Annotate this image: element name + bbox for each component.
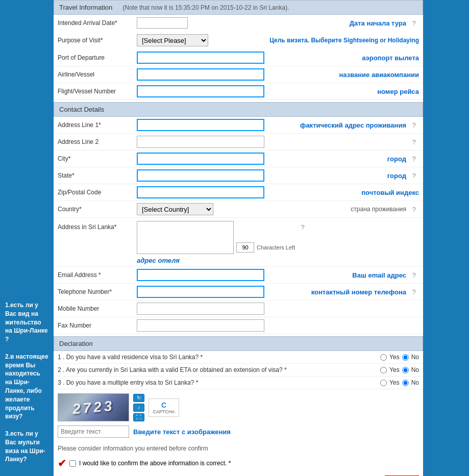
fax-label: Fax Number (58, 322, 137, 329)
zip-input[interactable] (137, 186, 264, 198)
state-control (137, 169, 383, 182)
airline-input[interactable] (137, 68, 264, 81)
departure-hint: аэропорт вылета (362, 54, 419, 62)
phone-question: ? (409, 288, 419, 296)
airline-label: Airline/Vessel (58, 71, 137, 78)
travel-info-title: Travel Information (59, 4, 112, 11)
decl-q1-no-radio[interactable] (402, 354, 409, 361)
flight-label: Flight/Vessel Number (58, 88, 137, 95)
decl-q1-yes-radio[interactable] (380, 354, 387, 361)
email-row: Email Address * Ваш email адрес ? (54, 267, 423, 284)
mobile-input[interactable] (137, 303, 264, 315)
phone-control (137, 286, 307, 298)
email-control (137, 269, 348, 281)
address1-hint: фактический адрес проживания (300, 121, 406, 129)
address1-label: Address Line 1* (58, 121, 137, 129)
fax-input[interactable] (137, 319, 264, 332)
captcha-logo: C CAPTCHA (149, 398, 179, 417)
address1-input[interactable] (137, 119, 264, 131)
decl-q3-yes-radio[interactable] (380, 380, 387, 386)
flight-input[interactable] (137, 85, 264, 97)
state-input[interactable] (137, 169, 264, 182)
arrival-date-row: Intended Arrival Date* Дата начала тура … (54, 15, 423, 31)
airline-hint: название авиакомпании (339, 71, 419, 79)
city-control (137, 153, 383, 165)
decl-q3-yes-label: Yes (389, 379, 400, 386)
captcha-refresh-icon[interactable]: ↻ (133, 394, 144, 402)
captcha-audio-icon[interactable]: ♪ (133, 404, 144, 412)
decl-q2-no-radio[interactable] (402, 367, 409, 373)
srilanka-label: Address in Sri Lanka* (58, 221, 137, 231)
city-label: City* (58, 155, 137, 162)
country-control: [Select Country] (137, 203, 347, 215)
country-question: ? (409, 206, 419, 213)
arrival-date-control (137, 17, 345, 29)
travel-info-header: Travel Information (Note that now it is … (54, 0, 423, 15)
country-label: Country* (58, 206, 137, 213)
decl-q1-row: 1 . Do you have a valid residence visa t… (54, 351, 423, 364)
captcha-image: 2723 (58, 393, 129, 421)
travel-info-note: (Note that now it is 15:35:20 PM on 2015… (122, 4, 289, 11)
captcha-icon-group: ↻ ♪ ⛶ (133, 394, 144, 421)
decl-q3-no-radio[interactable] (402, 380, 409, 386)
arrival-date-input[interactable] (137, 17, 188, 29)
state-row: State* город ? (54, 167, 423, 184)
declaration-header: Declaration (54, 336, 423, 351)
email-hint: Ваш email адрес (352, 271, 406, 279)
email-input[interactable] (137, 269, 264, 281)
zip-control (137, 186, 357, 198)
country-select[interactable]: [Select Country] (137, 203, 213, 215)
srilanka-textarea-hint: адрес отеля (137, 257, 180, 264)
decl-q3-row: 3 . Do you have a multiple entry visa to… (54, 377, 423, 389)
decl-q3-no-label: No (411, 379, 419, 386)
captcha-section: 2723 ↻ ♪ ⛶ C CAPTCHA (54, 389, 423, 425)
address2-input[interactable] (137, 136, 264, 148)
address1-question: ? (409, 121, 419, 129)
srilanka-textarea[interactable] (137, 221, 234, 254)
captcha-info-icon[interactable]: ⛶ (133, 413, 144, 421)
flight-row: Flight/Vessel Number номер рейса (54, 83, 423, 100)
city-hint: город (387, 155, 406, 163)
sidebar-note: 1.есть ли у Вас вид на жительство на Шри… (5, 301, 48, 464)
state-question: ? (409, 172, 419, 180)
purpose-row: Purpose of Visit* [Select Please] Sights… (54, 31, 423, 49)
address2-row: Address Line 2 ? (54, 134, 423, 151)
departure-label: Port of Departure (58, 54, 137, 61)
city-input[interactable] (137, 153, 264, 165)
decl-q2-row: 2 . Are you currently in Sri Lanka with … (54, 364, 423, 377)
departure-input[interactable] (137, 52, 264, 64)
email-question: ? (409, 271, 419, 279)
right-sidebar (423, 0, 469, 476)
decl-q1-options: Yes No (380, 354, 419, 361)
decl-q2-yes-radio[interactable] (380, 367, 387, 373)
decl-q2-options: Yes No (380, 366, 419, 373)
decl-q1-no-label: No (411, 354, 419, 361)
address2-control (137, 136, 406, 148)
email-label: Email Address * (58, 271, 137, 279)
main-content: Travel Information (Note that now it is … (54, 0, 423, 476)
mobile-control (137, 303, 419, 315)
decl-q2-yes-label: Yes (389, 366, 400, 373)
srilanka-control: адрес отеля (137, 221, 234, 264)
departure-control (137, 52, 358, 64)
chars-left-input[interactable] (236, 242, 254, 253)
phone-input[interactable] (137, 286, 264, 298)
left-sidebar: 1.есть ли у Вас вид на жительство на Шри… (0, 0, 54, 476)
captcha-input-row: Введите текст с изображения (54, 425, 423, 442)
airline-row: Airline/Vessel название авиакомпании (54, 66, 423, 83)
srilanka-question: ? (298, 221, 308, 231)
zip-hint: почтовый индекс (361, 189, 419, 196)
captcha-text-input[interactable] (58, 425, 129, 438)
country-hint: страна проживания (351, 206, 406, 213)
purpose-control: [Select Please] Sightseeing Holidaying (137, 34, 265, 46)
decl-q2-no-label: No (411, 366, 419, 373)
checkmark-icon: ✔ (58, 457, 66, 469)
arrival-date-question: ? (409, 19, 419, 27)
confirm-checkbox[interactable] (69, 460, 76, 467)
arrival-date-label: Intended Arrival Date* (58, 19, 137, 27)
srilanka-address-row: Address in Sri Lanka* адрес отеля Charac… (54, 218, 423, 267)
address2-question: ? (409, 138, 419, 146)
arrival-date-hint: Дата начала тура (350, 19, 406, 27)
phone-row: Telephone Number* контактный номер телеф… (54, 284, 423, 300)
purpose-select[interactable]: [Select Please] Sightseeing Holidaying (137, 34, 208, 46)
